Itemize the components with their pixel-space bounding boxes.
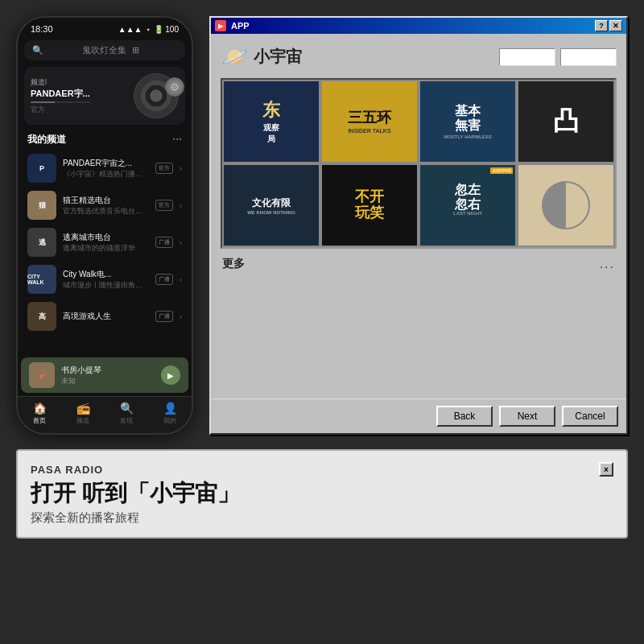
- now-playing-thumb: 🎻: [29, 362, 55, 388]
- chevron-right-icon: ›: [180, 201, 182, 210]
- channel-info: 猫王精选电台 官方甄选优质音乐电台，只为独特的你: [63, 195, 149, 217]
- now-playing-sub: 未知: [61, 376, 155, 386]
- nav-channels-label: 频道: [76, 416, 89, 425]
- discover-icon: 🔍: [120, 402, 134, 415]
- now-playing-bar[interactable]: 🎻 书房小提琴 未知 ▶: [21, 357, 188, 393]
- close-button[interactable]: ✕: [609, 20, 622, 31]
- status-icons: ▲▲▲ ⋆ 🔋 100: [118, 25, 179, 34]
- podcast-card-guanchaju[interactable]: 东 观察 局: [224, 81, 319, 162]
- broadcast-badge: 广播: [155, 274, 173, 285]
- chevron-right-icon: ›: [180, 275, 182, 284]
- list-item[interactable]: 逃 逃离城市电台 逃离城市的的骚逛浮华 广播 ›: [21, 224, 188, 261]
- time: 18:30: [31, 24, 53, 34]
- wifi-icon: ⋆: [146, 25, 151, 34]
- channel-info: 逃离城市电台 逃离城市的的骚逛浮华: [63, 232, 149, 254]
- dialog-icon: ▶: [215, 20, 226, 31]
- dialog-content: 🪐 小宇宙 东 观察 局: [211, 34, 626, 398]
- banner-subtext: 探索全新的播客旅程: [31, 510, 613, 526]
- section-header: 我的频道 ···: [18, 128, 192, 150]
- more-dots[interactable]: ...: [600, 257, 615, 271]
- chevron-right-icon: ›: [180, 164, 182, 173]
- list-item[interactable]: 猫 猫王精选电台 官方甄选优质音乐电台，只为独特的你 官方 ›: [21, 187, 188, 224]
- banner-close-button[interactable]: ×: [599, 462, 613, 477]
- channel-desc: 《小宇宙》精选热门播客节目: [63, 169, 149, 180]
- podcast-card-bukaiwanxiao[interactable]: 不开 玩笑: [322, 165, 417, 246]
- broadcast-badge: 广播: [155, 237, 173, 248]
- now-playing-info: 书房小提琴 未知: [61, 365, 155, 386]
- banner-headline: 打开 听到「小宇宙」: [31, 480, 613, 507]
- official-badge: 官方: [155, 200, 173, 211]
- channel-thumb: 猫: [27, 191, 56, 220]
- back-button[interactable]: Back: [436, 406, 493, 427]
- podcast-card-tu[interactable]: 凸: [518, 81, 613, 162]
- section-title: 我的频道: [27, 133, 66, 147]
- podcast-card-jibenwuhai[interactable]: 基本 無害 MOSTLY HARMLESS: [420, 81, 515, 162]
- status-bar: 18:30 ▲▲▲ ⋆ 🔋 100: [18, 18, 192, 37]
- vinyl-record: ⊙: [134, 73, 179, 118]
- nav-home[interactable]: 🏠 首页: [33, 402, 47, 425]
- search-icon: 🔍: [32, 45, 77, 56]
- nav-profile[interactable]: 👤 我的: [163, 402, 177, 425]
- channel-label: 频道l: [31, 77, 90, 88]
- logo-text: 小宇宙: [254, 46, 302, 68]
- channel-desc: 城市漫步丨随性漫街角氛围: [63, 280, 149, 291]
- phone-mockup: 18:30 ▲▲▲ ⋆ 🔋 100 🔍 鬼吹灯全集 ⊞ 频道l PANDAER宇…: [16, 16, 193, 435]
- window-controls: ? ✕: [595, 20, 622, 31]
- channel-thumb: 逃: [27, 228, 56, 257]
- channel-info: PANDAER宇宙之... 《小宇宙》精选热门播客节目: [63, 158, 149, 180]
- cancel-button[interactable]: Cancel: [562, 406, 618, 427]
- nav-discover-label: 发现: [120, 416, 133, 425]
- podcast-card-sanwuhuan[interactable]: 三五环 INSIDER TALKS: [322, 81, 417, 162]
- chevron-right-icon: ›: [180, 238, 182, 247]
- header-input-2[interactable]: [560, 48, 617, 66]
- channel-desc: 官方甄选优质音乐电台，只为独特的你: [63, 206, 149, 217]
- profile-icon: 👤: [163, 402, 177, 415]
- grid-icon: ⊞: [132, 45, 177, 56]
- podcast-card-yinyang[interactable]: [518, 165, 613, 246]
- help-button[interactable]: ?: [595, 20, 608, 31]
- now-playing-title: 书房小提琴: [61, 365, 155, 376]
- channel-name: 逃离城市电台: [63, 232, 149, 243]
- vinyl-needle: ⊙: [165, 77, 184, 97]
- featured-channel[interactable]: 频道l PANDAER宇... 官方 ⊙: [24, 67, 185, 125]
- play-button[interactable]: ▶: [161, 365, 180, 385]
- header-input-1[interactable]: [499, 48, 555, 66]
- search-text: 鬼吹灯全集: [82, 44, 127, 56]
- channel-thumb: P: [27, 154, 56, 183]
- channel-name: City Walk电...: [63, 269, 149, 280]
- more-label[interactable]: 更多: [222, 257, 245, 271]
- yin-yang-symbol: [542, 181, 590, 229]
- battery-icon: 🔋 100: [154, 25, 179, 34]
- podcast-card-wenhuayouxian[interactable]: 文化有限 WE KNOW NOTHING: [224, 165, 319, 246]
- search-bar[interactable]: 🔍 鬼吹灯全集 ⊞: [24, 40, 185, 60]
- list-item[interactable]: 高 高境游戏人生 广播 ›: [21, 298, 188, 335]
- podcast-card-huzuohuyou[interactable]: JUSTPOD 忽左 忽右 LAST NIGHT: [420, 165, 515, 246]
- header-inputs: [499, 48, 617, 66]
- button-bar: Back Next Cancel: [211, 398, 626, 433]
- channel-thumb: CITY WALK: [27, 265, 56, 294]
- section-more-dots[interactable]: ···: [172, 133, 182, 147]
- channel-list: P PANDAER宇宙之... 《小宇宙》精选热门播客节目 官方 › 猫 猫王精…: [18, 150, 192, 354]
- dialog-footer: 更多 ...: [221, 257, 617, 271]
- channel-icon: 📻: [76, 402, 90, 415]
- list-item[interactable]: P PANDAER宇宙之... 《小宇宙》精选热门播客节目 官方 ›: [21, 150, 188, 187]
- nav-channels[interactable]: 📻 频道: [76, 402, 90, 425]
- next-button[interactable]: Next: [499, 406, 555, 427]
- planet-icon: 🪐: [221, 43, 249, 70]
- podcast-grid: 东 观察 局 三五环 INSIDER TALKS: [221, 78, 617, 249]
- dialog-title: APP: [231, 21, 590, 31]
- app-logo: 🪐 小宇宙: [221, 43, 302, 70]
- official-badge: 官方: [31, 105, 90, 115]
- channel-name: PANDAER宇...: [31, 88, 90, 100]
- nav-discover[interactable]: 🔍 发现: [120, 402, 134, 425]
- dialog-header: 🪐 小宇宙: [221, 43, 617, 70]
- nav-profile-label: 我的: [163, 416, 176, 425]
- windows-dialog: ▶ APP ? ✕ 🪐 小宇宙: [209, 16, 628, 435]
- bottom-nav: 🏠 首页 📻 频道 🔍 发现 👤 我的: [18, 396, 192, 433]
- app-name: PASA RADIO: [31, 464, 103, 476]
- channel-name: PANDAER宇宙之...: [63, 158, 149, 169]
- list-item[interactable]: CITY WALK City Walk电... 城市漫步丨随性漫街角氛围 广播 …: [21, 261, 188, 298]
- official-badge: 官方: [155, 163, 173, 174]
- chevron-right-icon: ›: [180, 312, 182, 321]
- nav-home-label: 首页: [33, 416, 46, 425]
